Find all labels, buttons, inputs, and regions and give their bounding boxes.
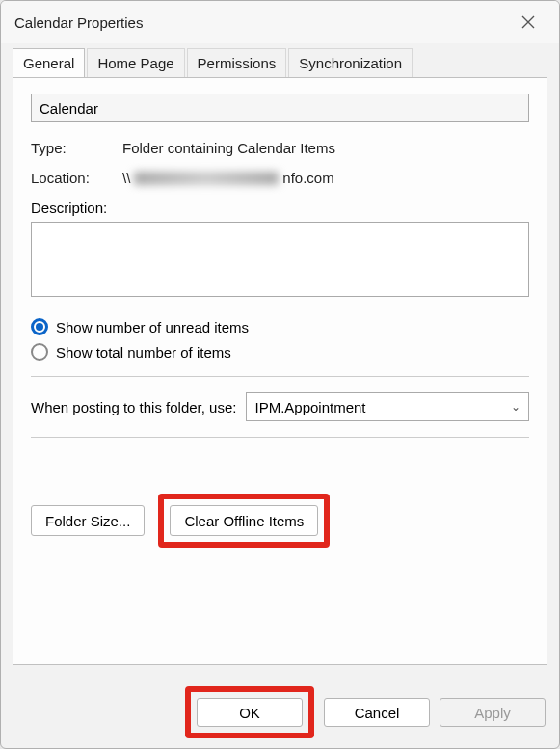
folder-name-input[interactable] (31, 94, 529, 122)
radio-unread[interactable] (31, 318, 48, 335)
tab-strip: General Home Page Permissions Synchroniz… (1, 43, 559, 77)
location-prefix: \\ (122, 170, 130, 186)
dialog-window: Calendar Properties General Home Page Pe… (0, 0, 560, 749)
location-row: Location: \\ nfo.com (31, 170, 529, 186)
radio-unread-label: Show number of unread items (56, 319, 249, 335)
type-label: Type: (31, 140, 122, 156)
close-button[interactable] (511, 5, 546, 40)
post-row: When posting to this folder, use: IPM.Ap… (31, 392, 529, 421)
radio-total-label: Show total number of items (56, 344, 231, 361)
highlight-ok: OK (185, 686, 314, 738)
post-label: When posting to this folder, use: (31, 399, 236, 415)
location-label: Location: (31, 170, 122, 186)
tab-general[interactable]: General (13, 48, 85, 78)
post-select-value: IPM.Appointment (254, 399, 365, 415)
action-button-row: Folder Size... Clear Offline Items (31, 494, 529, 548)
tab-panel-general: Type: Folder containing Calendar Items L… (13, 77, 547, 665)
ok-button[interactable]: OK (197, 698, 303, 727)
folder-size-button[interactable]: Folder Size... (31, 505, 145, 536)
separator (31, 376, 529, 377)
radio-total-row[interactable]: Show total number of items (31, 343, 529, 361)
location-suffix: nfo.com (282, 170, 333, 186)
clear-offline-items-button[interactable]: Clear Offline Items (170, 505, 318, 536)
dialog-title: Calendar Properties (14, 14, 511, 31)
apply-button: Apply (440, 698, 546, 727)
highlight-clear-offline: Clear Offline Items (158, 494, 330, 548)
post-select[interactable]: IPM.Appointment ⌄ (246, 392, 529, 421)
type-value: Folder containing Calendar Items (122, 140, 529, 156)
tab-permissions[interactable]: Permissions (187, 48, 287, 78)
separator-2 (31, 437, 529, 438)
description-textarea[interactable] (31, 222, 529, 297)
location-value: \\ nfo.com (122, 170, 529, 186)
description-label: Description: (31, 200, 529, 216)
radio-total[interactable] (31, 343, 48, 361)
tab-synchronization[interactable]: Synchronization (288, 48, 413, 78)
close-icon (521, 15, 535, 29)
location-redacted (134, 172, 279, 185)
chevron-down-icon: ⌄ (511, 400, 520, 414)
cancel-button[interactable]: Cancel (324, 698, 430, 727)
type-row: Type: Folder containing Calendar Items (31, 140, 529, 156)
titlebar: Calendar Properties (1, 1, 559, 43)
radio-unread-row[interactable]: Show number of unread items (31, 318, 529, 335)
dialog-button-bar: OK Cancel Apply (185, 686, 546, 738)
tab-home-page[interactable]: Home Page (87, 48, 184, 78)
